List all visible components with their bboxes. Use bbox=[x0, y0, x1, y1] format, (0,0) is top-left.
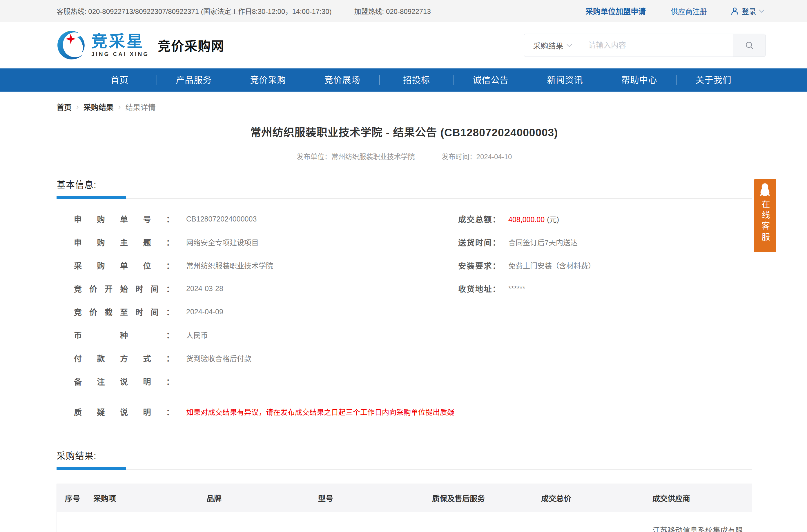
login-label: 登录 bbox=[742, 6, 756, 16]
login-button[interactable]: 登录 bbox=[730, 6, 764, 16]
amount-unit: (元) bbox=[547, 215, 559, 224]
search-category-value: 采购结果 bbox=[533, 40, 563, 51]
col-seq: 序号 bbox=[57, 484, 85, 512]
chevron-down-icon bbox=[567, 42, 572, 47]
publisher-label: 发布单位： bbox=[297, 153, 332, 160]
cell-supplier: 江苏移动信息系统集成有限公司 bbox=[644, 512, 752, 532]
field-subject: 申购主题： 网络安全专项建设项目 bbox=[57, 230, 454, 254]
breadcrumb-home[interactable]: 首页 bbox=[57, 101, 72, 112]
section-divider bbox=[57, 467, 752, 470]
site-logo[interactable]: 竞采星 JING CAI XING 竞价采购网 bbox=[57, 30, 224, 60]
table-row: 1 网络安全专项建设 无 无 按行业标准提供服务 408,000.00 江苏移动… bbox=[57, 512, 752, 532]
site-header: 竞采星 JING CAI XING 竞价采购网 采购结果 bbox=[0, 22, 807, 69]
online-service-tab[interactable]: 在线客服 bbox=[754, 179, 776, 252]
section-divider bbox=[57, 196, 752, 199]
publisher-info: 发布单位：常州纺织服装职业技术学院 bbox=[297, 151, 415, 161]
field-payment-method: 付款方式： 货到验收合格后付款 bbox=[57, 346, 454, 369]
nav-item-news[interactable]: 新闻资讯 bbox=[528, 69, 602, 92]
field-order-no: 申购单号： CB128072024000003 bbox=[57, 207, 454, 230]
logo-cn-text: 竞采星 bbox=[91, 33, 149, 50]
chevron-right-icon: › bbox=[118, 102, 121, 111]
cell-seq: 1 bbox=[57, 512, 85, 532]
service-hotline-text: 客服热线: 020-80922713/80922307/80922371 (国家… bbox=[57, 6, 332, 16]
search-category-select[interactable]: 采购结果 bbox=[524, 34, 580, 57]
breadcrumb-current: 结果详情 bbox=[125, 101, 155, 112]
search-button[interactable] bbox=[733, 34, 765, 57]
top-utility-bar: 客服热线: 020-80922713/80922307/80922371 (国家… bbox=[0, 0, 807, 22]
col-warranty: 质保及售后服务 bbox=[424, 484, 533, 512]
logo-swirl-icon bbox=[57, 30, 87, 60]
field-delivery-time: 送货时间： 合同签订后7天内送达 bbox=[458, 230, 751, 254]
col-model: 型号 bbox=[310, 484, 424, 512]
nav-item-home[interactable]: 首页 bbox=[83, 69, 156, 92]
cell-brand: 无 bbox=[198, 512, 310, 532]
search-bar: 采购结果 bbox=[524, 34, 766, 57]
basic-info-panel: 申购单号： CB128072024000003 申购主题： 网络安全专项建设项目… bbox=[57, 207, 752, 425]
nav-item-products[interactable]: 产品服务 bbox=[157, 69, 231, 92]
main-content: 首页 › 采购结果 › 结果详情 常州纺织服装职业技术学院 - 结果公告 (CB… bbox=[57, 101, 752, 532]
main-nav: 首页 产品服务 竞价采购 竞价展场 招投标 诚信公告 新闻资讯 帮助中心 关于我… bbox=[0, 69, 807, 92]
nav-item-bidding-hall[interactable]: 竞价展场 bbox=[305, 69, 379, 92]
field-currency: 币种： 人民币 bbox=[57, 323, 454, 346]
online-service-label: 在线客服 bbox=[761, 200, 769, 244]
nav-item-bidding-purchase[interactable]: 竞价采购 bbox=[231, 69, 305, 92]
field-purchaser: 采购单位： 常州纺织服装职业技术学院 bbox=[57, 254, 454, 277]
field-objection-note: 质疑说明： 如果对成交结果有异议，请在发布成交结果之日起三个工作日内向采购单位提… bbox=[57, 400, 454, 423]
join-hotline-text: 加盟热线: 020-80922713 bbox=[354, 6, 431, 16]
search-icon bbox=[745, 41, 754, 50]
logo-text-block: 竞采星 JING CAI XING bbox=[91, 33, 149, 57]
result-table: 序号 采购项 品牌 型号 质保及售后服务 成交总价 成交供应商 1 网络安全专项… bbox=[57, 483, 752, 532]
nav-item-help-center[interactable]: 帮助中心 bbox=[602, 69, 676, 92]
publish-info: 发布单位：常州纺织服装职业技术学院 发布时间：2024-04-10 bbox=[57, 151, 752, 161]
nav-item-integrity-notice[interactable]: 诚信公告 bbox=[454, 69, 528, 92]
cell-total-price: 408,000.00 bbox=[533, 512, 644, 532]
logo-en-text: JING CAI XING bbox=[91, 51, 149, 57]
field-remarks: 备注说明： bbox=[57, 369, 454, 393]
nav-item-about-us[interactable]: 关于我们 bbox=[676, 69, 750, 92]
publish-time-label: 发布时间： bbox=[442, 153, 476, 160]
user-icon bbox=[730, 6, 739, 16]
field-installation: 安装要求： 免费上门安装（含材料费） bbox=[458, 254, 751, 277]
total-amount-link[interactable]: 408,000.00 bbox=[508, 215, 545, 224]
search-input[interactable] bbox=[580, 34, 733, 57]
publish-time-value: 2024-04-10 bbox=[476, 153, 512, 160]
field-total-amount: 成交总额： 408,000.00(元) bbox=[458, 207, 751, 230]
result-title: 采购结果: bbox=[57, 449, 752, 461]
cell-model: 无 bbox=[310, 512, 424, 532]
supplier-register-link[interactable]: 供应商注册 bbox=[671, 6, 707, 16]
publish-time-info: 发布时间：2024-04-10 bbox=[442, 151, 512, 161]
site-name: 竞价采购网 bbox=[158, 36, 224, 55]
chevron-down-icon bbox=[759, 7, 764, 13]
col-brand: 品牌 bbox=[198, 484, 310, 512]
field-bid-start-time: 竞价开始时间： 2024-03-28 bbox=[57, 277, 454, 300]
basic-info-title: 基本信息: bbox=[57, 177, 752, 190]
cell-item: 网络安全专项建设 bbox=[85, 512, 198, 532]
col-total-price: 成交总价 bbox=[533, 484, 644, 512]
cell-warranty: 按行业标准提供服务 bbox=[424, 512, 533, 532]
qq-penguin-icon bbox=[758, 183, 772, 198]
publisher-value: 常州纺织服装职业技术学院 bbox=[332, 153, 415, 160]
field-bid-end-time: 竞价截至时间： 2024-04-09 bbox=[57, 300, 454, 323]
purchaser-apply-link[interactable]: 采购单位加盟申请 bbox=[585, 5, 646, 16]
page-title: 常州纺织服装职业技术学院 - 结果公告 (CB128072024000003) bbox=[57, 124, 752, 139]
chevron-right-icon: › bbox=[76, 102, 79, 111]
col-supplier: 成交供应商 bbox=[644, 484, 752, 512]
breadcrumb: 首页 › 采购结果 › 结果详情 bbox=[57, 101, 752, 112]
basic-info-right-column: 成交总额： 408,000.00(元) 送货时间： 合同签订后7天内送达 安装要… bbox=[458, 207, 751, 300]
basic-info-left-column: 申购单号： CB128072024000003 申购主题： 网络安全专项建设项目… bbox=[57, 207, 454, 423]
nav-item-tender[interactable]: 招投标 bbox=[380, 69, 453, 92]
field-delivery-address: 收货地址： ****** bbox=[458, 277, 751, 300]
result-section: 采购结果: 序号 采购项 品牌 型号 质保及售后服务 成交总价 成交供应商 bbox=[57, 449, 752, 532]
breadcrumb-parent[interactable]: 采购结果 bbox=[83, 101, 114, 112]
col-item: 采购项 bbox=[85, 484, 198, 512]
table-header-row: 序号 采购项 品牌 型号 质保及售后服务 成交总价 成交供应商 bbox=[57, 484, 752, 512]
